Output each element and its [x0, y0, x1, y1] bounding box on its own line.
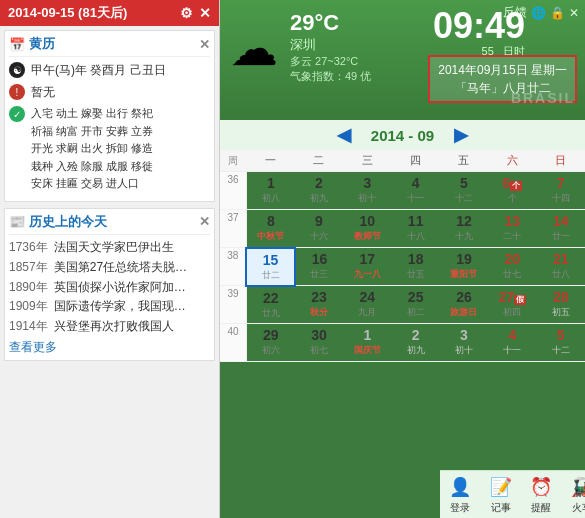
calendar-day[interactable]: 5 十二: [537, 324, 585, 362]
calendar-day[interactable]: 6个 个: [488, 172, 536, 210]
calendar-day[interactable]: 3 初十: [343, 172, 391, 210]
lunar-date: 初十: [441, 344, 487, 357]
history-content: 美国第27任总统塔夫脱…: [54, 259, 210, 276]
calendar-day[interactable]: 14 廿一: [537, 210, 585, 248]
history-close[interactable]: ✕: [199, 214, 210, 229]
table-row: 39 22 廿九 23 秋分 24 九月 25 初二 26 旅游日 27假 初四…: [220, 286, 585, 324]
top-bar-icons: ⚙ ✕: [180, 5, 211, 21]
day-number: 11: [392, 212, 438, 230]
calendar-day[interactable]: 4 十一: [488, 324, 536, 362]
calendar-day[interactable]: 23 秋分: [295, 286, 343, 324]
login-label: 登录: [450, 501, 470, 515]
day-number: 24: [344, 288, 390, 306]
toolbar-login[interactable]: 👤 登录: [448, 475, 472, 515]
globe-icon[interactable]: 🌐: [531, 6, 546, 20]
more-link[interactable]: 查看更多: [9, 339, 210, 356]
calendar-day[interactable]: 16 廿三: [295, 248, 343, 286]
week-number: 39: [220, 286, 246, 324]
calendar-day[interactable]: 10 教师节: [343, 210, 391, 248]
calendar-day[interactable]: 21 廿八: [537, 248, 585, 286]
calendar-day[interactable]: 20 廿七: [488, 248, 536, 286]
lunar-date: 十九: [441, 230, 487, 243]
calendar-day[interactable]: 2 初九: [391, 324, 439, 362]
calendar-day[interactable]: 9 十六: [295, 210, 343, 248]
holiday-badge: 假: [514, 295, 526, 305]
calendar-day[interactable]: 12 十九: [440, 210, 488, 248]
calendar-day[interactable]: 3 初十: [440, 324, 488, 362]
calendar-day[interactable]: 4 十一: [391, 172, 439, 210]
holiday-badge: 个: [510, 181, 522, 191]
lock-icon[interactable]: 🔒: [550, 6, 565, 20]
calendar-day[interactable]: 22 廿九: [246, 286, 294, 324]
close-icon[interactable]: ✕: [199, 5, 211, 21]
huang-li-row-1: ☯ 甲午(马)年 癸酉月 己丑日: [9, 61, 210, 79]
yin-yang-icon: ☯: [9, 62, 25, 78]
calendar-day[interactable]: 7 十四: [537, 172, 585, 210]
history-item: 1736年法国天文学家巴伊出生: [9, 239, 210, 256]
day-number: 3: [344, 174, 390, 192]
history-content: 法国天文学家巴伊出生: [54, 239, 210, 256]
history-item: 1914年兴登堡再次打败俄国人: [9, 318, 210, 335]
calendar-day[interactable]: 25 初二: [391, 286, 439, 324]
time-display: 09:49 55 日时: [433, 8, 525, 59]
temperature: 29°C: [290, 10, 371, 36]
history-year: 1857年: [9, 259, 48, 276]
date-label: 2014-09-15 (81天后): [8, 4, 127, 22]
day-number: 19: [441, 250, 487, 268]
calendar-day[interactable]: 2 初九: [295, 172, 343, 210]
calendar-day[interactable]: 15 廿二: [246, 248, 294, 286]
day-number: 18: [392, 250, 438, 268]
bottom-toolbar: 👤 登录 📝 记事 ⏰ 提醒 🚂 火车 🖼 壁纸 ⭐ 星座 ⏻ 关机 🎬: [440, 470, 585, 518]
huang-li-close[interactable]: ✕: [199, 37, 210, 52]
day-number: 23: [296, 288, 342, 306]
calendar-day[interactable]: 27假 初四: [488, 286, 536, 324]
day-number: 17: [344, 250, 390, 268]
day-number: 1: [248, 174, 294, 192]
weather-desc: 多云 27~32°C: [290, 54, 371, 69]
next-month-arrow[interactable]: ▶: [454, 124, 468, 146]
lunar-date: 个: [489, 192, 535, 205]
calendar-day[interactable]: 5 十二: [440, 172, 488, 210]
day-number: 2: [392, 326, 438, 344]
col-header-sun: 日: [537, 150, 585, 172]
calendar-day[interactable]: 19 重阳节: [440, 248, 488, 286]
toolbar-reminder[interactable]: ⏰ 提醒: [529, 475, 553, 515]
calendar-container: 周 一 二 三 四 五 六 日 36 1 初八 2 初九 3 初十 4 十一: [220, 150, 585, 362]
lunar-date: 国庆节: [344, 344, 390, 357]
calendar-day[interactable]: 28 初五: [537, 286, 585, 324]
brasil-watermark: BRASIL: [511, 90, 575, 106]
lunar-date: 重阳节: [441, 268, 487, 281]
calendar-day[interactable]: 1 初八: [246, 172, 294, 210]
calendar-day[interactable]: 29 初六: [246, 324, 294, 362]
calendar-day[interactable]: 13 二十: [488, 210, 536, 248]
calendar-day[interactable]: 17 九一八: [343, 248, 391, 286]
toolbar-notes[interactable]: 📝 记事: [489, 475, 513, 515]
lunar-date: 教师节: [344, 230, 390, 243]
calendar-day[interactable]: 24 九月: [343, 286, 391, 324]
calendar-day[interactable]: 1 国庆节: [343, 324, 391, 362]
calendar-day[interactable]: 26 旅游日: [440, 286, 488, 324]
calendar-day[interactable]: 30 初七: [295, 324, 343, 362]
prev-month-arrow[interactable]: ◀: [337, 124, 351, 146]
lunar-date: 廿八: [538, 268, 584, 281]
huang-li-title-label: 黄历: [29, 35, 55, 53]
day-number: 4: [489, 326, 535, 344]
day-number: 1: [344, 326, 390, 344]
calendar-day[interactable]: 18 廿五: [391, 248, 439, 286]
calendar-day[interactable]: 8 中秋节: [246, 210, 294, 248]
lunar-date: 九月: [344, 306, 390, 319]
settings-icon[interactable]: ⚙: [180, 5, 193, 21]
lunar-date: 十一: [489, 344, 535, 357]
calendar-day[interactable]: 11 十八: [391, 210, 439, 248]
lunar-date: 初六: [248, 344, 294, 357]
day-number: 28: [538, 288, 584, 306]
lunar-date: 廿五: [392, 268, 438, 281]
close-right-icon[interactable]: ✕: [569, 6, 579, 20]
day-number: 6个: [489, 174, 535, 192]
day-number: 15: [248, 251, 292, 269]
train-icon: 🚂: [570, 475, 585, 499]
toolbar-train[interactable]: 🚂 火车: [570, 475, 585, 515]
lunar-date: 九一八: [344, 268, 390, 281]
col-header-wed: 三: [343, 150, 391, 172]
calendar-table: 周 一 二 三 四 五 六 日 36 1 初八 2 初九 3 初十 4 十一: [220, 150, 585, 362]
